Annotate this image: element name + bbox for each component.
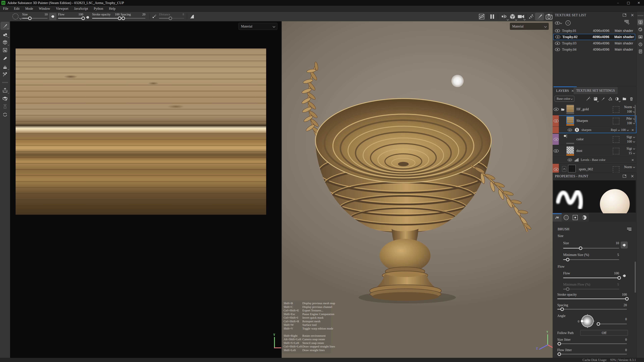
opacity-dropdown[interactable]: 100 [627, 121, 635, 125]
opacity-dropdown[interactable]: 100 [627, 110, 635, 113]
projection-tool-button[interactable] [0, 38, 10, 46]
stroke-opacity-slider[interactable] [92, 18, 120, 18]
flow-slider[interactable] [563, 278, 619, 278]
mask-slot[interactable] [613, 166, 619, 173]
layer-thumbnail[interactable] [566, 105, 574, 112]
shader-settings-icon[interactable] [637, 26, 644, 33]
toolbar-drag-handle[interactable] [2, 82, 8, 83]
channel-dropdown[interactable]: Base color [554, 96, 574, 102]
layer-name[interactable]: spots_002 [579, 167, 593, 171]
smudge-tool-button[interactable] [0, 54, 10, 62]
mask-slot[interactable] [613, 148, 619, 154]
flow-pressure-toggle[interactable] [85, 15, 90, 20]
solo-mode-icon[interactable]: 1 [566, 20, 570, 25]
polygon-fill-tool-button[interactable] [0, 46, 10, 54]
viewport-3d[interactable]: Material Shift+BDisplay previous mesh ma… [282, 21, 552, 358]
view-mode-dropdown-2d[interactable]: Material [238, 23, 278, 30]
symmetry-settings[interactable] [500, 13, 508, 19]
falloff-curve-icon[interactable] [189, 14, 195, 19]
perspective-settings[interactable] [509, 13, 516, 20]
menu-viewport[interactable]: Viewport [55, 6, 69, 11]
list-options-icon[interactable] [624, 20, 629, 23]
tab-layers[interactable]: LAYERS × [554, 86, 577, 94]
menu-edit[interactable]: Edit [13, 6, 20, 11]
blend-mode-dropdown[interactable]: Pthr [626, 117, 635, 120]
particles-icon[interactable] [528, 13, 534, 19]
layer-thumbnail[interactable] [566, 116, 574, 124]
layer-thumbnail[interactable] [568, 165, 576, 172]
blend-mode-dropdown[interactable]: Slgt [626, 135, 635, 139]
eye-icon[interactable] [554, 108, 559, 111]
follow-path-toggle[interactable]: Off [580, 330, 628, 336]
paint-tool-button[interactable] [0, 22, 10, 30]
eye-icon[interactable] [554, 149, 559, 152]
screenshot-icon[interactable] [546, 13, 553, 20]
angle-knob[interactable] [581, 320, 583, 322]
effect-opacity-dropdown[interactable]: 100 [621, 128, 626, 132]
opacity-dropdown[interactable]: 100 [627, 140, 635, 143]
layer-thumbnail[interactable] [566, 146, 574, 154]
texture-set-settings-icon[interactable] [637, 34, 644, 40]
menu-mode[interactable]: Mode [24, 6, 34, 11]
menu-javascript[interactable]: JavaScript [73, 6, 89, 11]
close-panel-icon[interactable]: × [630, 174, 634, 178]
tab-stencil[interactable] [571, 213, 580, 222]
material-picker-tool-button[interactable] [0, 70, 10, 78]
remove-effect-icon[interactable]: × [631, 158, 634, 162]
add-smart-material-icon[interactable] [593, 96, 598, 102]
texture-set-row-selected[interactable]: Trophy.02 4096x4096 Main shader [553, 34, 635, 40]
flow-jitter-slider[interactable] [557, 354, 627, 355]
display-settings-icon[interactable] [637, 19, 644, 25]
layer-row[interactable]: IIF_gold Norm 100 [552, 104, 636, 115]
pause-engine-icon[interactable] [490, 14, 495, 19]
blend-mode-dropdown[interactable]: Slgt [626, 147, 635, 150]
viewport-2d[interactable]: Material V U [10, 21, 281, 358]
effect-blend-dropdown[interactable]: Repl [611, 128, 617, 132]
mask-slot[interactable] [613, 136, 619, 143]
size-pressure-toggle[interactable] [621, 242, 628, 249]
folder-icon[interactable] [561, 107, 565, 112]
texture-set-row[interactable]: Trophy.03 4096x4096 Main shader [553, 40, 635, 46]
delete-layer-icon[interactable] [629, 96, 634, 102]
camera-settings[interactable] [517, 14, 525, 19]
dock-drag-handle[interactable] [638, 15, 643, 16]
menu-window[interactable]: Window [38, 6, 51, 11]
scatter-icon[interactable] [152, 14, 157, 19]
eraser-tool-button[interactable] [0, 30, 10, 38]
layer-name[interactable]: dust [576, 149, 582, 153]
eye-icon[interactable] [568, 129, 572, 131]
add-fill-layer-icon[interactable] [608, 96, 613, 102]
tab-brush[interactable] [552, 213, 562, 222]
eye-icon[interactable] [555, 42, 560, 45]
size-slider[interactable] [22, 18, 48, 18]
angle-slider[interactable] [598, 324, 627, 324]
collapse-chevron-icon[interactable] [562, 166, 566, 172]
eye-icon[interactable] [554, 138, 559, 141]
maximize-button[interactable]: ▢ [623, 0, 634, 6]
resources-updater-button[interactable] [0, 111, 10, 119]
assets-button[interactable] [0, 94, 10, 103]
layer-row[interactable]: dust Slgt 15 Levels - Base color × [552, 145, 636, 163]
layer-thumbnail[interactable] [566, 134, 567, 138]
layer-row-selected[interactable]: Sharpen Pthr 100 S sharpen Repl 100 [552, 115, 636, 133]
stroke-opacity-slider[interactable] [557, 299, 627, 299]
mask-slot[interactable] [613, 118, 619, 124]
menu-help[interactable]: Help [108, 6, 116, 11]
effect-name[interactable]: sharpen [582, 128, 611, 132]
flow-slider[interactable] [58, 18, 83, 18]
texture-set-row[interactable]: Trophy.01 4096x4096 Main shader [553, 28, 635, 34]
angle-dial[interactable] [581, 315, 594, 327]
paint-mode-button[interactable] [535, 13, 544, 20]
layer-name[interactable]: IIF_gold [576, 107, 589, 111]
layer-name[interactable]: Sharpen [576, 119, 588, 123]
layer-effect-row[interactable]: S sharpen Repl 100 × [552, 126, 636, 133]
view-mode-dropdown-3d[interactable]: Material [510, 23, 549, 30]
texture-set-row[interactable]: Trophy.04 4096x4096 Main shader [553, 46, 635, 53]
brush-shape-selector[interactable] [12, 13, 22, 20]
close-button[interactable]: ✕ [634, 0, 644, 6]
eye-icon[interactable] [554, 119, 559, 122]
tab-alpha[interactable] [562, 213, 571, 222]
undock-icon[interactable] [623, 13, 626, 16]
clone-tool-button[interactable] [0, 62, 10, 70]
opacity-dropdown[interactable]: 15 [628, 151, 635, 155]
